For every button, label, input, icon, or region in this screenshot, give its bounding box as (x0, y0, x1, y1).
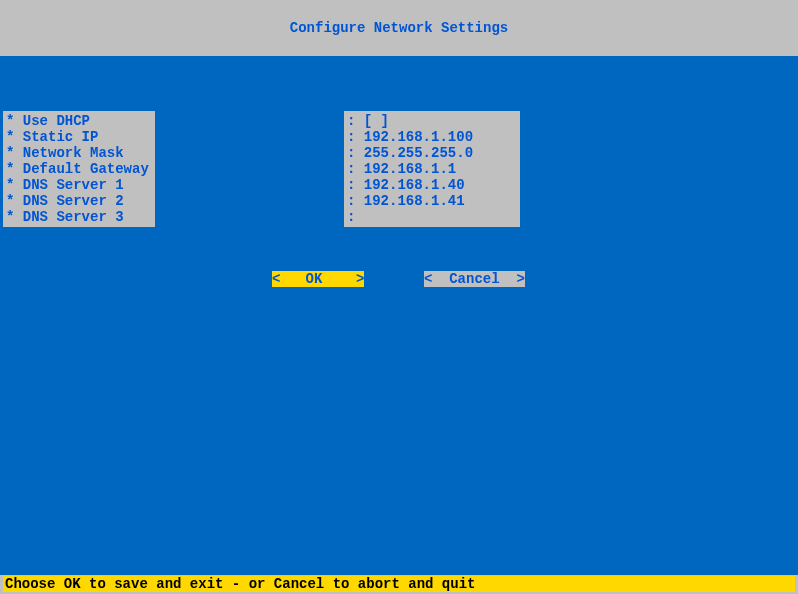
value-dns-3[interactable]: : (344, 209, 520, 225)
value-dns-2[interactable]: : 192.168.1.41 (344, 193, 520, 209)
value-static-ip[interactable]: : 192.168.1.100 (344, 129, 520, 145)
cancel-button[interactable]: < Cancel > (424, 271, 525, 287)
form-labels-column: * Use DHCP * Static IP * Network Mask * … (3, 111, 155, 227)
status-bar: Choose OK to save and exit - or Cancel t… (3, 576, 795, 592)
value-default-gateway[interactable]: : 192.168.1.1 (344, 161, 520, 177)
label-dns-2: * DNS Server 2 (3, 193, 155, 209)
label-default-gateway: * Default Gateway (3, 161, 155, 177)
label-static-ip: * Static IP (3, 129, 155, 145)
title-bar: Configure Network Settings (0, 0, 798, 56)
label-use-dhcp: * Use DHCP (3, 113, 155, 129)
page-title: Configure Network Settings (290, 20, 508, 36)
status-hint: Choose OK to save and exit - or Cancel t… (5, 576, 475, 592)
ok-button[interactable]: < OK > (272, 271, 364, 287)
value-dns-1[interactable]: : 192.168.1.40 (344, 177, 520, 193)
label-network-mask: * Network Mask (3, 145, 155, 161)
button-row: < OK > < Cancel > (0, 271, 798, 287)
main-panel: * Use DHCP * Static IP * Network Mask * … (0, 56, 798, 575)
label-dns-1: * DNS Server 1 (3, 177, 155, 193)
value-use-dhcp[interactable]: : [ ] (344, 113, 520, 129)
form-values-column: : [ ] : 192.168.1.100 : 255.255.255.0 : … (344, 111, 520, 227)
label-dns-3: * DNS Server 3 (3, 209, 155, 225)
value-network-mask[interactable]: : 255.255.255.0 (344, 145, 520, 161)
